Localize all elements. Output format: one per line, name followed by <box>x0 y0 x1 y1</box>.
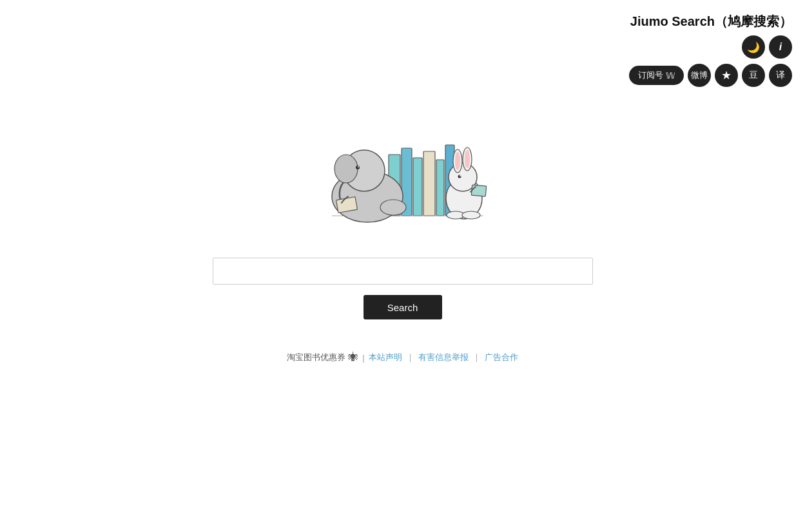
site-title: Jiumo Search（鸠摩搜索） <box>630 13 792 30</box>
search-input[interactable] <box>213 258 593 285</box>
search-button[interactable]: Search <box>364 295 442 319</box>
wechat-icon: 𝕎 <box>666 71 675 81</box>
translate-icon[interactable]: 译 <box>769 64 792 87</box>
spider-icon: 🕷 <box>348 352 358 363</box>
svg-rect-12 <box>336 197 357 213</box>
douban-icon[interactable]: 豆 <box>742 64 765 87</box>
header-top-right: Jiumo Search（鸠摩搜索） 🌙 i 订阅号 𝕎 微博 ★ 豆 译 <box>629 13 792 87</box>
icon-row-top: 🌙 i <box>742 35 792 59</box>
svg-point-11 <box>358 166 359 167</box>
svg-point-17 <box>455 152 460 170</box>
svg-rect-22 <box>471 185 486 196</box>
separator-1: | <box>362 353 364 363</box>
subscribe-label: 订阅号 <box>638 70 663 81</box>
svg-point-24 <box>462 211 480 219</box>
weibo-icon[interactable]: 微博 <box>688 64 711 87</box>
svg-point-10 <box>356 166 360 169</box>
illustration <box>293 103 512 232</box>
ad-cooperation-link[interactable]: 广告合作 <box>485 352 518 363</box>
separator-2: ｜ <box>406 352 414 363</box>
site-statement-link[interactable]: 本站声明 <box>369 352 402 363</box>
footer-links: 淘宝图书优惠券 🕷 | 本站声明 ｜ 有害信息举报 ｜ 广告合作 <box>287 352 518 363</box>
svg-point-13 <box>380 200 406 215</box>
illustration-svg <box>293 103 512 232</box>
taobao-coupon-link[interactable]: 淘宝图书优惠券 🕷 <box>287 352 358 363</box>
svg-point-20 <box>458 175 461 178</box>
svg-point-21 <box>460 175 461 176</box>
svg-point-19 <box>465 150 470 168</box>
subscribe-button[interactable]: 订阅号 𝕎 <box>629 66 684 85</box>
taobao-text: 淘宝图书优惠券 <box>287 352 345 363</box>
moon-icon[interactable]: 🌙 <box>742 35 765 59</box>
svg-point-9 <box>335 155 358 183</box>
report-link[interactable]: 有害信息举报 <box>418 352 469 363</box>
svg-rect-3 <box>423 151 435 216</box>
info-icon[interactable]: i <box>769 35 792 59</box>
separator-3: ｜ <box>472 352 481 363</box>
svg-rect-4 <box>436 160 444 216</box>
svg-rect-2 <box>413 158 422 216</box>
star-icon[interactable]: ★ <box>715 64 738 87</box>
icon-row-bottom: 订阅号 𝕎 微博 ★ 豆 译 <box>629 64 792 87</box>
